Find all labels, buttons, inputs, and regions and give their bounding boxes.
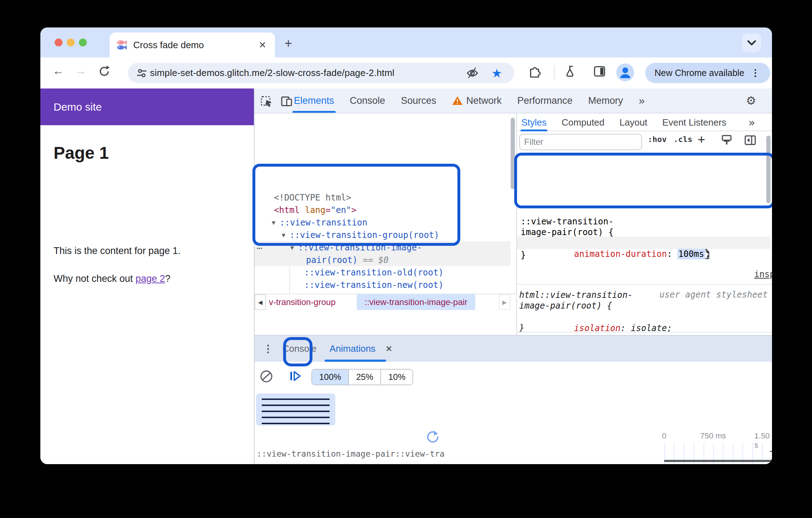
collapse-arrow-icon[interactable]: ▼	[290, 242, 294, 254]
site-header: Demo site	[40, 88, 254, 125]
more-tabs-icon[interactable]: »	[639, 95, 645, 107]
bookmark-star-icon[interactable]: ★	[491, 63, 502, 83]
drawer-tab-animations[interactable]: Animations	[330, 336, 376, 362]
devtools-tab-elements[interactable]: Elements	[294, 88, 334, 113]
devtools-tab-label: Memory	[588, 88, 623, 113]
side-panel-icon[interactable]	[593, 65, 606, 78]
breadcrumb-item[interactable]: v-transition-group	[269, 294, 336, 310]
dom-tree-line[interactable]: pair(root) == $0	[306, 254, 389, 266]
rule-divider	[517, 332, 772, 332]
devtools-tab-label: Performance	[517, 88, 573, 113]
collapse-arrow-icon[interactable]: ▼	[272, 217, 275, 229]
browser-tab[interactable]: Cross fade demo ✕	[110, 32, 275, 57]
dom-tree-line[interactable]: ::view-transition-new(root)	[304, 279, 443, 291]
drawer-kebab-icon[interactable]: ⋮	[263, 343, 273, 355]
animation-row-selector[interactable]: ::view-transition-image-pair::view-tra	[257, 449, 450, 458]
url-text[interactable]: simple-set-demos.glitch.me/2-slow-cross-…	[150, 67, 395, 78]
pause-resume-button[interactable]	[287, 368, 303, 384]
devtools-tab-memory[interactable]: Memory	[588, 88, 623, 113]
dom-gutter-dots[interactable]: ⋯	[257, 243, 262, 253]
dom-tree-line[interactable]: ▼::view-transition-image-	[298, 242, 422, 254]
styles-tab-layout[interactable]: Layout	[620, 113, 647, 131]
network-warning-icon	[452, 96, 463, 106]
password-eye-off-icon[interactable]	[466, 63, 479, 83]
devtools-tab-console[interactable]: Console	[350, 88, 385, 113]
thumbnail-line	[262, 405, 330, 406]
devtools-panel: ElementsConsoleSourcesNetworkPerformance…	[254, 88, 772, 464]
dom-token: =	[326, 205, 331, 215]
rule-divider	[517, 284, 772, 285]
site-settings-icon[interactable]	[136, 63, 147, 83]
back-button[interactable]: ←	[52, 64, 64, 77]
extensions-icon[interactable]	[528, 65, 541, 78]
style-selector[interactable]: image-pair(root) {	[521, 227, 613, 238]
speed-button-25[interactable]: 25%	[348, 370, 380, 385]
devtools-kebab-icon[interactable]: ⋮	[768, 94, 772, 106]
tab-search-button[interactable]	[742, 33, 761, 52]
profile-avatar[interactable]	[616, 63, 635, 82]
dom-token: "en"	[331, 205, 351, 215]
close-window-button[interactable]	[55, 39, 62, 46]
browser-menu-kebab-icon[interactable]: ⋮	[751, 67, 760, 78]
dom-tree-line[interactable]: <html lang="en">	[274, 204, 356, 217]
hov-toggle[interactable]: :hov	[648, 135, 667, 144]
styles-tab-computed[interactable]: Computed	[562, 113, 605, 131]
tab-title: Cross fade demo	[133, 40, 204, 51]
stylesheet-source-link[interactable]: inspector-stylesheet:4	[659, 215, 772, 227]
forward-button[interactable]: →	[75, 64, 86, 77]
edited-value[interactable]: 100ms	[677, 249, 705, 259]
devtools-tab-network[interactable]: Network	[452, 88, 502, 113]
inspect-element-icon[interactable]	[260, 95, 273, 107]
animation-preview-thumbnail[interactable]	[256, 393, 335, 426]
devtools-settings-gear-icon[interactable]: ⚙	[746, 94, 756, 107]
more-styles-tabs-icon[interactable]: »	[748, 116, 755, 129]
dom-tree-line[interactable]: ::view-transition-old(root)	[304, 266, 443, 279]
style-declaration[interactable]: isolation: isolate;	[533, 312, 672, 323]
breadcrumb-left-arrow[interactable]: ◀	[255, 294, 266, 310]
dom-tree-line[interactable]: ▼::view-transition-group(root)	[290, 229, 439, 242]
cls-toggle[interactable]: .cls	[673, 135, 692, 144]
style-selector[interactable]: html::view-transition-	[519, 290, 633, 301]
elements-dom-tree[interactable]: ⋯ <!DOCTYPE html><html lang="en">▼::view…	[255, 113, 516, 294]
dom-tree-line[interactable]: <!DOCTYPE html>	[274, 192, 351, 204]
tab-close-icon[interactable]: ✕	[259, 40, 266, 51]
url-bar[interactable]: simple-set-demos.glitch.me/2-slow-cross-…	[128, 63, 514, 83]
animations-tab-close-icon[interactable]: ✕	[385, 336, 392, 362]
styles-tab-styles[interactable]: Styles	[521, 113, 547, 131]
styles-filter-input[interactable]: Filter	[519, 134, 642, 150]
dom-token: ::view-transition	[280, 218, 367, 228]
labs-flask-icon[interactable]	[565, 65, 577, 78]
dom-token: ::view-transition-old(root)	[304, 268, 443, 278]
new-tab-button[interactable]: +	[285, 38, 292, 49]
minimize-window-button[interactable]	[67, 39, 75, 46]
devtools-tab-performance[interactable]: Performance	[517, 88, 573, 113]
toggle-sidebar-icon[interactable]	[744, 134, 756, 146]
timeline-tick-label: 750 ms	[700, 431, 726, 441]
speed-button-10[interactable]: 10%	[380, 370, 412, 385]
breadcrumb: ◀ v-transition-group ::view-transition-i…	[255, 294, 516, 310]
new-style-rule-plus-icon[interactable]: +	[698, 132, 705, 146]
style-declaration[interactable]: animation-duration: 100ms;	[533, 238, 710, 249]
speed-button-100[interactable]: 100%	[312, 370, 348, 385]
clear-all-icon[interactable]	[260, 370, 273, 383]
screenshot-root: { "colors":{"accent_blue":"#1a73e8","ann…	[0, 0, 812, 518]
update-chrome-button[interactable]: New Chrome available ⋮	[645, 63, 770, 83]
devtools-tab-sources[interactable]: Sources	[401, 88, 436, 113]
breadcrumb-right-arrow[interactable]: ▶	[499, 294, 510, 310]
page-2-link[interactable]: page 2	[136, 273, 165, 284]
dom-tree-line[interactable]: ▼::view-transition	[280, 217, 367, 229]
thumbnail-line	[262, 423, 330, 424]
styles-scrollbar[interactable]	[766, 136, 771, 203]
style-selector[interactable]: ::view-transition-	[521, 216, 613, 227]
maximize-window-button[interactable]	[79, 39, 87, 46]
styles-tab-event-listeners[interactable]: Event Listeners	[662, 113, 726, 131]
reload-button[interactable]	[98, 65, 110, 77]
animation-name[interactable]: -ua-view-transition-fade-out	[770, 446, 772, 456]
drawer-tab-console[interactable]: Console	[282, 336, 316, 362]
breadcrumb-item-selected[interactable]: ::view-transition-image-pair	[357, 294, 475, 310]
style-selector[interactable]: image-pair(root) {	[519, 300, 612, 311]
collapse-arrow-icon[interactable]: ▼	[282, 229, 285, 242]
device-toolbar-icon[interactable]	[280, 95, 293, 107]
dom-scrollbar[interactable]	[511, 118, 515, 189]
rendering-brush-icon[interactable]	[721, 134, 733, 146]
